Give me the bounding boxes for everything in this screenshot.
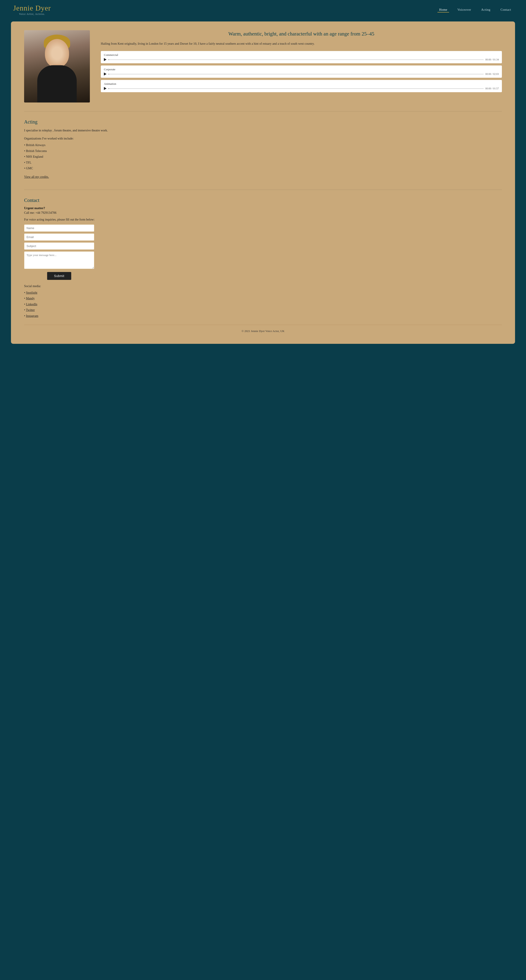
list-item: British Telecoms <box>24 148 502 154</box>
site-title: Jennie Dyer <box>13 4 51 12</box>
hero-title: Warm, authentic, bright, and characterfu… <box>101 30 502 37</box>
main-card: Warm, authentic, bright, and characterfu… <box>11 21 515 344</box>
audio-label-animation: Animation <box>104 82 499 86</box>
audio-controls-animation: 00:00 / 01:57 <box>104 87 499 90</box>
audio-label-commercial: Commercial <box>104 53 499 57</box>
audio-time-animation: 00:00 / 01:57 <box>485 87 499 90</box>
site-subtitle: Voice Artist, Actress. <box>13 13 51 15</box>
audio-label-corporate: Corporate <box>104 68 499 71</box>
hero-content: Warm, authentic, bright, and characterfu… <box>101 30 502 94</box>
list-item: NHS England <box>24 154 502 159</box>
play-button-corporate[interactable] <box>104 73 107 76</box>
social-section: Social media: Spotlight Mandy LinkedIn T… <box>24 284 502 318</box>
contact-section: Contact Urgent matter? Call me: +44 7929… <box>24 197 502 318</box>
list-item: Instagram <box>24 313 502 318</box>
section-divider-1 <box>24 111 502 111</box>
audio-player-animation: Animation 00:00 / 01:57 <box>101 80 502 92</box>
acting-section-title: Acting <box>24 119 502 125</box>
spotlight-link[interactable]: Spotlight <box>26 291 37 294</box>
play-button-commercial[interactable] <box>104 58 107 61</box>
audio-progress-corporate <box>108 74 109 75</box>
social-label: Social media: <box>24 284 502 288</box>
audio-progress-animation <box>108 88 109 89</box>
credits-link[interactable]: View all my credits. <box>24 175 49 178</box>
list-item: Twitter <box>24 307 502 312</box>
urgent-label: Urgent matter? <box>24 206 502 210</box>
instagram-link[interactable]: Instagram <box>26 314 38 318</box>
nav-acting[interactable]: Acting <box>480 7 492 13</box>
site-footer: © 2021 Jennie Dyer Voice Actor, UK <box>24 325 502 335</box>
site-title-block: Jennie Dyer Voice Artist, Actress. <box>13 4 51 15</box>
message-textarea[interactable] <box>24 251 94 269</box>
audio-controls-commercial: 00:00 / 01:34 <box>104 58 499 61</box>
submit-button[interactable]: Submit <box>47 272 72 280</box>
hero-section: Warm, authentic, bright, and characterfu… <box>24 30 502 102</box>
hero-photo <box>24 30 90 102</box>
list-item: Spotlight <box>24 290 502 295</box>
contact-section-title: Contact <box>24 197 502 203</box>
email-input[interactable] <box>24 234 94 241</box>
inquiry-text: For voice acting inquiries, please fill … <box>24 218 502 221</box>
list-item: GMC <box>24 166 502 171</box>
org-list: British Airways British Telecoms NHS Eng… <box>24 143 502 171</box>
site-nav: Home Voiceover Acting Contact <box>437 7 513 13</box>
contact-form: Submit <box>24 224 94 280</box>
audio-time-commercial: 00:00 / 01:34 <box>485 58 499 61</box>
play-button-animation[interactable] <box>104 87 107 90</box>
subject-input[interactable] <box>24 242 94 250</box>
site-header: Jennie Dyer Voice Artist, Actress. Home … <box>0 0 526 18</box>
twitter-link[interactable]: Twitter <box>26 308 35 312</box>
social-list: Spotlight Mandy LinkedIn Twitter Instagr… <box>24 290 502 318</box>
nav-home[interactable]: Home <box>437 7 449 13</box>
audio-track-corporate[interactable] <box>108 74 484 75</box>
list-item: British Airways <box>24 143 502 148</box>
audio-progress-commercial <box>108 59 109 60</box>
photo-face <box>45 39 69 67</box>
audio-player-corporate: Corporate 00:00 / 02:03 <box>101 65 502 78</box>
mandy-link[interactable]: Mandy <box>26 296 35 300</box>
acting-section: Acting I specialise in roleplay , forum … <box>24 119 502 179</box>
hero-description: Hailing from Kent originally, living in … <box>101 41 502 46</box>
audio-player-commercial: Commercial 00:00 / 01:34 <box>101 51 502 63</box>
list-item: TFL <box>24 160 502 165</box>
org-intro: Organizations I've worked with include: <box>24 136 502 141</box>
photo-body <box>37 65 77 102</box>
list-item: LinkedIn <box>24 302 502 307</box>
audio-time-corporate: 00:00 / 02:03 <box>485 73 499 75</box>
footer-text: © 2021 Jennie Dyer Voice Actor, UK <box>242 329 284 332</box>
acting-description: I specialise in roleplay , forum theatre… <box>24 128 502 133</box>
audio-controls-corporate: 00:00 / 02:03 <box>104 73 499 76</box>
audio-track-commercial[interactable] <box>108 59 484 60</box>
list-item: Mandy <box>24 296 502 301</box>
linkedin-link[interactable]: LinkedIn <box>26 302 37 306</box>
nav-voiceover[interactable]: Voiceover <box>456 7 473 13</box>
nav-contact[interactable]: Contact <box>499 7 513 13</box>
name-input[interactable] <box>24 224 94 232</box>
phone-text: Call me: +44 7929134706 <box>24 211 502 215</box>
audio-track-animation[interactable] <box>108 88 484 89</box>
